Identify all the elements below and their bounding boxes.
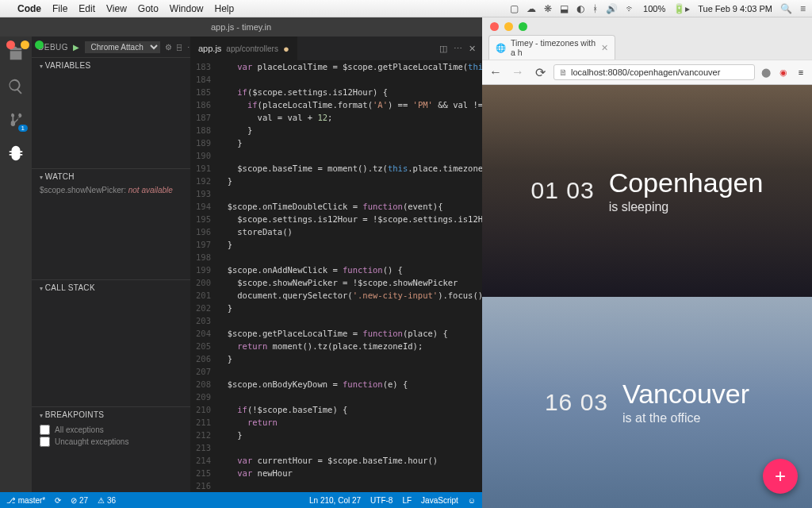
debug-config-select[interactable]: Chrome Attach <box>85 41 160 53</box>
vscode-titlebar: app.js - timey.in <box>0 17 482 37</box>
city-panel-copenhagen[interactable]: 01 03 Copenhagen is sleeping <box>482 85 812 297</box>
start-debug-icon[interactable]: ▶ <box>73 43 80 52</box>
spotlight-icon[interactable]: 🔍 <box>780 3 792 14</box>
search-icon[interactable] <box>7 78 25 97</box>
breakpoint-item[interactable]: Uncaught exceptions <box>40 436 182 448</box>
cursor-position[interactable]: Ln 210, Col 27 <box>309 496 361 505</box>
chrome-menu-icon[interactable]: ≡ <box>795 66 807 79</box>
source-control-icon[interactable] <box>7 111 25 130</box>
debug-icon[interactable] <box>7 144 25 164</box>
menu-view[interactable]: View <box>106 3 127 14</box>
menu-edit[interactable]: Edit <box>79 3 95 14</box>
variables-section[interactable]: VARIABLES <box>32 58 190 73</box>
sync-icon[interactable]: ⟳ <box>55 496 61 505</box>
tab-title: Timey - timezones with a h <box>511 38 596 57</box>
cloud-icon[interactable]: ☁ <box>527 3 536 14</box>
wifi-icon[interactable]: ᯤ <box>626 3 635 14</box>
code-editor[interactable]: 183 184 185 186 187 188 189 190 191 192 … <box>190 60 482 492</box>
site-info-icon[interactable]: 🗎 <box>559 67 568 77</box>
evernote-icon[interactable]: ❋ <box>544 3 552 14</box>
close-editor-icon[interactable]: ✕ <box>469 44 476 54</box>
dropbox-icon[interactable]: ⬓ <box>560 3 569 14</box>
breakpoint-item[interactable]: All exceptions <box>40 424 182 436</box>
address-bar[interactable]: 🗎 localhost:8080/copenhagen/vancouver <box>553 64 755 80</box>
zoom-window-icon[interactable] <box>35 40 44 49</box>
split-editor-icon[interactable]: ◫ <box>439 44 447 54</box>
timer-icon[interactable]: ◐ <box>576 3 584 14</box>
menubar-clock[interactable]: Tue Feb 9 4:03 PM <box>698 4 772 13</box>
extension-icon[interactable]: ◉ <box>777 66 790 79</box>
close-window-icon[interactable] <box>490 22 499 31</box>
git-branch[interactable]: ⎇ master* <box>6 496 45 505</box>
callstack-section[interactable]: CALL STACK <box>32 280 190 295</box>
app-name[interactable]: Code <box>17 3 41 14</box>
editor-tabbar: app.js app/controllers ● ◫ ⋯ ✕ <box>190 37 482 60</box>
city-name: Vancouver <box>622 379 749 410</box>
breakpoints-section[interactable]: BREAKPOINTS <box>32 407 190 422</box>
city-status: is at the office <box>622 411 749 425</box>
warnings-count[interactable]: ⚠ 36 <box>98 496 116 505</box>
activity-bar <box>0 37 32 492</box>
feedback-icon[interactable]: ☺ <box>468 496 476 505</box>
timey-app: 01 03 Copenhagen is sleeping 16 03 Vanco… <box>482 85 812 508</box>
editor-tab[interactable]: app.js app/controllers ● <box>190 37 298 60</box>
menu-help[interactable]: Help <box>215 3 235 14</box>
menu-window[interactable]: Window <box>170 3 204 14</box>
add-city-button[interactable]: + <box>763 459 798 494</box>
dirty-indicator-icon: ● <box>283 43 289 55</box>
volume-icon[interactable]: 🔊 <box>606 3 618 14</box>
gear-icon[interactable]: ⚙ <box>165 43 173 52</box>
battery-percent[interactable]: 100% <box>643 4 665 13</box>
editor-area: app.js app/controllers ● ◫ ⋯ ✕ 183 184 1… <box>190 37 482 492</box>
window-title: app.js - timey.in <box>211 22 271 32</box>
minimize-window-icon[interactable] <box>504 22 513 31</box>
back-icon[interactable]: ← <box>487 64 504 81</box>
watch-expression[interactable]: $scope.showNewPicker: <box>40 186 126 194</box>
airplay-icon[interactable]: ▢ <box>510 3 519 14</box>
menu-file[interactable]: File <box>52 3 67 14</box>
close-tab-icon[interactable]: ✕ <box>601 43 608 52</box>
zoom-window-icon[interactable] <box>519 22 527 31</box>
status-bar: ⎇ master* ⟳ ⊘ 27 ⚠ 36 Ln 210, Col 27 UTF… <box>0 492 482 508</box>
tab-filename: app.js <box>198 44 221 53</box>
city-time: 01 03 <box>531 177 595 204</box>
vscode-window: app.js - timey.in DEBUG ▶ Chrome Attach … <box>0 17 482 508</box>
close-window-icon[interactable] <box>6 40 15 49</box>
city-status: is sleeping <box>609 200 764 214</box>
forward-icon[interactable]: → <box>509 64 527 81</box>
tab-path: app/controllers <box>226 44 278 53</box>
browser-tab[interactable]: 🌐 Timey - timezones with a h ✕ <box>488 35 615 60</box>
language-mode[interactable]: JavaScript <box>421 496 458 505</box>
menu-goto[interactable]: Goto <box>138 3 159 14</box>
watch-section[interactable]: WATCH <box>32 169 190 184</box>
minimize-window-icon[interactable] <box>21 40 29 49</box>
reload-icon[interactable]: ⟳ <box>531 64 549 81</box>
more-actions-icon[interactable]: ⋯ <box>454 44 462 54</box>
battery-icon[interactable]: 🔋▸ <box>673 3 690 14</box>
watch-value: not available <box>128 186 173 194</box>
errors-count[interactable]: ⊘ 27 <box>71 496 88 505</box>
bluetooth-icon[interactable]: ᚼ <box>592 3 598 14</box>
browser-window: 🌐 Timey - timezones with a h ✕ ← → ⟳ 🗎 l… <box>482 17 812 508</box>
notification-center-icon[interactable]: ≡ <box>800 3 806 14</box>
bp-checkbox[interactable] <box>40 437 50 447</box>
city-time: 16 03 <box>545 389 608 416</box>
extension-icon[interactable]: ⬤ <box>760 66 772 79</box>
url-text: localhost:8080/copenhagen/vancouver <box>571 67 720 77</box>
encoding[interactable]: UTF-8 <box>370 496 393 505</box>
favicon-icon: 🌐 <box>496 43 506 53</box>
city-name: Copenhagen <box>609 167 764 198</box>
macos-menubar: Code File Edit View Goto Window Help ▢ ☁… <box>0 0 812 17</box>
bp-checkbox[interactable] <box>40 425 50 435</box>
console-icon[interactable]: ⌸ <box>177 43 182 52</box>
eol[interactable]: LF <box>402 496 412 505</box>
debug-sidebar: DEBUG ▶ Chrome Attach ⚙ ⌸ ⋯ VARIABLES WA… <box>32 37 190 492</box>
